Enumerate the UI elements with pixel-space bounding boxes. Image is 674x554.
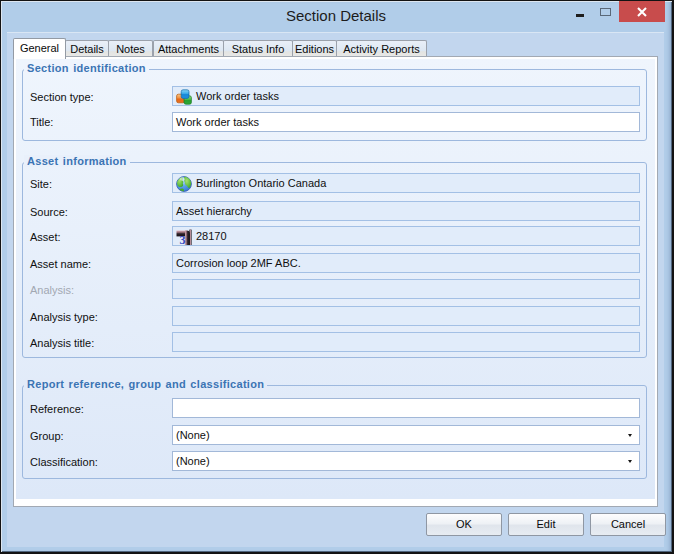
svg-text:3: 3 [179, 233, 185, 245]
